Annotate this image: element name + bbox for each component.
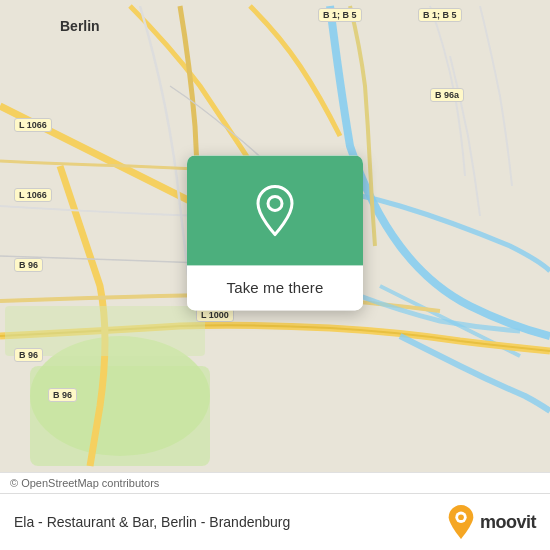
svg-rect-2 <box>30 366 210 466</box>
moovit-logo: moovit <box>446 504 536 540</box>
svg-point-6 <box>458 514 464 520</box>
road-label-b1b5-2: B 1; B 5 <box>418 8 462 22</box>
city-label: Berlin <box>60 18 100 34</box>
map-card: Take me there <box>187 155 363 310</box>
location-pin-icon <box>251 186 299 234</box>
attribution-bar: © OpenStreetMap contributors <box>0 472 550 493</box>
location-text: Ela - Restaurant & Bar, Berlin - Branden… <box>14 514 446 530</box>
svg-point-4 <box>268 196 282 210</box>
road-label-l1066-2: L 1066 <box>14 188 52 202</box>
bottom-bar: Ela - Restaurant & Bar, Berlin - Branden… <box>0 493 550 550</box>
road-label-b96-3: B 96 <box>48 388 77 402</box>
card-map-background <box>187 155 363 265</box>
moovit-pin-icon <box>446 504 476 540</box>
road-label-b96a: B 96a <box>430 88 464 102</box>
attribution-text: © OpenStreetMap contributors <box>10 477 159 489</box>
take-me-there-button[interactable]: Take me there <box>187 265 363 310</box>
map-area: Berlin B 1; B 5 B 1; B 5 B 96a L 1066 L … <box>0 0 550 472</box>
road-label-b96-1: B 96 <box>14 258 43 272</box>
road-label-b1b5-1: B 1; B 5 <box>318 8 362 22</box>
road-label-l1066-1: L 1066 <box>14 118 52 132</box>
road-label-b96-2: B 96 <box>14 348 43 362</box>
moovit-brand-text: moovit <box>480 512 536 533</box>
app-container: Berlin B 1; B 5 B 1; B 5 B 96a L 1066 L … <box>0 0 550 550</box>
